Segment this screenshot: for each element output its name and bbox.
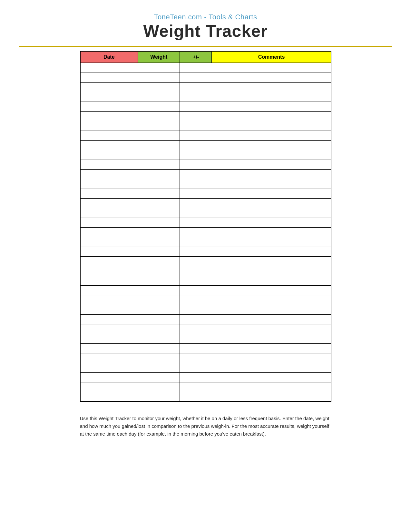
- cell-date[interactable]: [80, 179, 138, 189]
- cell-weight[interactable]: [138, 102, 180, 111]
- cell-comments[interactable]: [212, 218, 331, 227]
- cell-comments[interactable]: [212, 314, 331, 324]
- cell-weight[interactable]: [138, 353, 180, 363]
- cell-comments[interactable]: [212, 169, 331, 179]
- cell-plusminus[interactable]: [180, 63, 212, 73]
- cell-date[interactable]: [80, 227, 138, 237]
- cell-comments[interactable]: [212, 305, 331, 314]
- cell-plusminus[interactable]: [180, 82, 212, 92]
- cell-date[interactable]: [80, 198, 138, 208]
- cell-weight[interactable]: [138, 266, 180, 276]
- table-row[interactable]: [80, 150, 331, 160]
- cell-plusminus[interactable]: [180, 363, 212, 372]
- table-row[interactable]: [80, 198, 331, 208]
- cell-plusminus[interactable]: [180, 392, 212, 401]
- cell-plusminus[interactable]: [180, 382, 212, 392]
- table-row[interactable]: [80, 353, 331, 363]
- cell-comments[interactable]: [212, 208, 331, 218]
- table-row[interactable]: [80, 276, 331, 285]
- cell-comments[interactable]: [212, 140, 331, 150]
- cell-plusminus[interactable]: [180, 295, 212, 305]
- cell-comments[interactable]: [212, 131, 331, 140]
- cell-comments[interactable]: [212, 285, 331, 295]
- table-row[interactable]: [80, 295, 331, 305]
- cell-date[interactable]: [80, 73, 138, 82]
- table-row[interactable]: [80, 227, 331, 237]
- cell-date[interactable]: [80, 140, 138, 150]
- cell-plusminus[interactable]: [180, 121, 212, 131]
- cell-weight[interactable]: [138, 363, 180, 372]
- cell-plusminus[interactable]: [180, 208, 212, 218]
- cell-date[interactable]: [80, 208, 138, 218]
- cell-comments[interactable]: [212, 160, 331, 169]
- cell-plusminus[interactable]: [180, 169, 212, 179]
- cell-comments[interactable]: [212, 63, 331, 73]
- cell-weight[interactable]: [138, 324, 180, 334]
- cell-date[interactable]: [80, 285, 138, 295]
- cell-comments[interactable]: [212, 150, 331, 160]
- cell-date[interactable]: [80, 169, 138, 179]
- cell-comments[interactable]: [212, 266, 331, 276]
- cell-weight[interactable]: [138, 256, 180, 266]
- table-row[interactable]: [80, 305, 331, 314]
- cell-comments[interactable]: [212, 73, 331, 82]
- cell-weight[interactable]: [138, 82, 180, 92]
- cell-date[interactable]: [80, 102, 138, 111]
- table-row[interactable]: [80, 160, 331, 169]
- cell-date[interactable]: [80, 305, 138, 314]
- table-row[interactable]: [80, 382, 331, 392]
- cell-date[interactable]: [80, 256, 138, 266]
- table-row[interactable]: [80, 324, 331, 334]
- cell-date[interactable]: [80, 92, 138, 102]
- table-row[interactable]: [80, 82, 331, 92]
- cell-plusminus[interactable]: [180, 179, 212, 189]
- cell-date[interactable]: [80, 353, 138, 363]
- cell-date[interactable]: [80, 247, 138, 256]
- cell-plusminus[interactable]: [180, 285, 212, 295]
- cell-comments[interactable]: [212, 227, 331, 237]
- table-row[interactable]: [80, 343, 331, 353]
- cell-weight[interactable]: [138, 227, 180, 237]
- cell-comments[interactable]: [212, 198, 331, 208]
- table-row[interactable]: [80, 131, 331, 140]
- table-row[interactable]: [80, 179, 331, 189]
- cell-comments[interactable]: [212, 382, 331, 392]
- cell-weight[interactable]: [138, 372, 180, 382]
- cell-comments[interactable]: [212, 102, 331, 111]
- cell-comments[interactable]: [212, 276, 331, 285]
- cell-plusminus[interactable]: [180, 140, 212, 150]
- cell-plusminus[interactable]: [180, 276, 212, 285]
- cell-comments[interactable]: [212, 392, 331, 401]
- cell-plusminus[interactable]: [180, 73, 212, 82]
- cell-plusminus[interactable]: [180, 314, 212, 324]
- cell-weight[interactable]: [138, 63, 180, 73]
- cell-weight[interactable]: [138, 189, 180, 198]
- cell-weight[interactable]: [138, 121, 180, 131]
- cell-date[interactable]: [80, 372, 138, 382]
- cell-date[interactable]: [80, 363, 138, 372]
- table-row[interactable]: [80, 392, 331, 401]
- cell-weight[interactable]: [138, 247, 180, 256]
- table-row[interactable]: [80, 63, 331, 73]
- cell-weight[interactable]: [138, 237, 180, 247]
- cell-date[interactable]: [80, 266, 138, 276]
- cell-comments[interactable]: [212, 92, 331, 102]
- cell-comments[interactable]: [212, 343, 331, 353]
- cell-date[interactable]: [80, 189, 138, 198]
- cell-plusminus[interactable]: [180, 247, 212, 256]
- table-row[interactable]: [80, 140, 331, 150]
- table-row[interactable]: [80, 266, 331, 276]
- table-row[interactable]: [80, 102, 331, 111]
- cell-weight[interactable]: [138, 382, 180, 392]
- cell-date[interactable]: [80, 382, 138, 392]
- cell-plusminus[interactable]: [180, 92, 212, 102]
- cell-plusminus[interactable]: [180, 305, 212, 314]
- table-row[interactable]: [80, 92, 331, 102]
- cell-plusminus[interactable]: [180, 160, 212, 169]
- cell-comments[interactable]: [212, 353, 331, 363]
- cell-weight[interactable]: [138, 334, 180, 343]
- cell-weight[interactable]: [138, 160, 180, 169]
- cell-date[interactable]: [80, 314, 138, 324]
- cell-weight[interactable]: [138, 285, 180, 295]
- cell-date[interactable]: [80, 343, 138, 353]
